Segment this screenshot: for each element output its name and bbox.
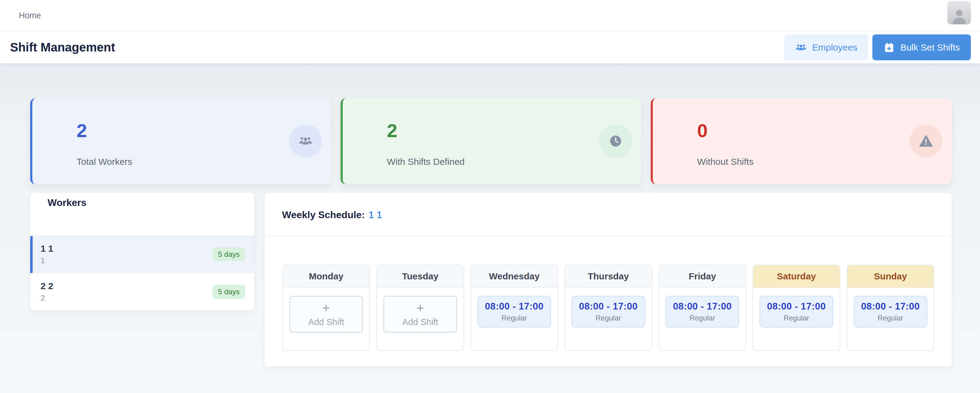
breadcrumb-home[interactable]: Home: [19, 11, 41, 21]
page-title: Shift Management: [10, 41, 115, 54]
employees-button[interactable]: Employees: [784, 35, 869, 60]
day-header: Sunday: [847, 265, 934, 288]
shift-type: Regular: [689, 314, 715, 322]
shift-time: 08:00 - 17:00: [861, 301, 920, 312]
day-body: 08:00 - 17:00 Regular: [847, 288, 934, 336]
stat-value: 2: [76, 121, 87, 140]
day-label: Thursday: [587, 271, 629, 282]
stats-row: 2 Total Workers 2 With Shifts Defined: [30, 98, 951, 184]
shift-time: 08:00 - 17:00: [673, 301, 732, 312]
user-avatar[interactable]: [947, 1, 971, 24]
add-shift-button[interactable]: + Add Shift: [290, 296, 363, 333]
shift-time: 08:00 - 17:00: [485, 301, 544, 312]
warning-icon: [919, 134, 933, 148]
add-shift-label: Add Shift: [308, 317, 344, 327]
shift-chip[interactable]: 08:00 - 17:00 Regular: [760, 296, 833, 328]
workers-panel: Workers 1 1 1 5 days 2 2 2 5 days: [30, 193, 254, 311]
day-body: 08:00 - 17:00 Regular: [753, 288, 840, 336]
page-header: Shift Management Employees Bulk Set Shif…: [0, 32, 980, 63]
day-body: + Add Shift: [283, 288, 369, 341]
stat-label: Total Workers: [76, 157, 132, 167]
shift-chip[interactable]: 08:00 - 17:00 Regular: [477, 296, 551, 328]
day-header: Thursday: [565, 265, 651, 288]
day-header: Saturday: [753, 265, 840, 288]
shift-time: 08:00 - 17:00: [767, 301, 826, 312]
users-icon: [795, 42, 807, 53]
day-header: Wednesday: [471, 265, 557, 288]
shift-chip[interactable]: 08:00 - 17:00 Regular: [571, 296, 645, 328]
day-body: 08:00 - 17:00 Regular: [471, 288, 557, 336]
day-label: Monday: [309, 271, 343, 282]
worker-row-2[interactable]: 2 2 2 5 days: [30, 273, 254, 311]
worker-name: 1 1: [41, 243, 53, 254]
days-row: Monday + Add Shift Tuesday: [265, 236, 951, 366]
day-label: Wednesday: [489, 271, 539, 282]
schedule-title: Weekly Schedule:: [282, 209, 365, 220]
users-icon: [298, 134, 313, 148]
day-column-tuesday: Tuesday + Add Shift: [376, 265, 464, 351]
day-header: Tuesday: [377, 265, 463, 288]
content-area: 2 Total Workers 2 With Shifts Defined: [0, 63, 980, 393]
shift-chip[interactable]: 08:00 - 17:00 Regular: [854, 296, 927, 328]
day-body: 08:00 - 17:00 Regular: [565, 288, 651, 336]
plus-icon: +: [416, 301, 424, 315]
stat-card-with-shifts: 2 With Shifts Defined: [340, 98, 641, 184]
stat-value: 2: [387, 121, 397, 140]
day-label: Tuesday: [402, 271, 439, 282]
day-header: Friday: [659, 265, 746, 288]
day-label: Sunday: [874, 271, 907, 282]
day-column-thursday: Thursday 08:00 - 17:00 Regular: [565, 265, 652, 351]
shift-type: Regular: [501, 314, 527, 322]
stat-card-without-shifts: 0 Without Shifts: [651, 98, 951, 184]
day-body: 08:00 - 17:00 Regular: [659, 288, 746, 336]
worker-name: 2 2: [41, 281, 53, 291]
header-actions: Employees Bulk Set Shifts: [784, 35, 971, 60]
day-body: + Add Shift: [377, 288, 463, 341]
add-shift-button[interactable]: + Add Shift: [383, 296, 457, 333]
person-icon: [950, 7, 968, 24]
bulk-set-shifts-button-label: Bulk Set Shifts: [900, 42, 960, 53]
day-header: Monday: [283, 265, 369, 288]
clock-icon: [608, 134, 623, 148]
shift-chip[interactable]: 08:00 - 17:00 Regular: [666, 296, 739, 328]
top-bar: Home: [0, 0, 980, 32]
day-column-saturday: Saturday 08:00 - 17:00 Regular: [752, 265, 840, 351]
worker-info: 2 2 2: [41, 281, 53, 303]
schedule-worker-name: 1 1: [369, 209, 382, 220]
worker-subtitle: 1: [41, 256, 53, 265]
plus-icon: +: [322, 301, 330, 315]
panels-row: Workers 1 1 1 5 days 2 2 2 5 days W: [30, 193, 951, 366]
day-column-sunday: Sunday 08:00 - 17:00 Regular: [847, 265, 934, 351]
worker-info: 1 1 1: [41, 243, 53, 265]
day-column-friday: Friday 08:00 - 17:00 Regular: [659, 265, 746, 351]
workers-panel-header: Workers: [30, 193, 254, 236]
employees-button-label: Employees: [812, 42, 858, 53]
day-label: Friday: [689, 271, 716, 282]
stat-icon-circle: [910, 125, 942, 157]
stat-label: With Shifts Defined: [387, 157, 465, 167]
stat-card-total-workers: 2 Total Workers: [30, 98, 331, 184]
day-column-wednesday: Wednesday 08:00 - 17:00 Regular: [471, 265, 558, 351]
shift-type: Regular: [784, 314, 809, 322]
shift-time: 08:00 - 17:00: [579, 301, 638, 312]
stat-value: 0: [697, 121, 707, 140]
add-shift-label: Add Shift: [402, 317, 438, 327]
calendar-plus-icon: [883, 42, 895, 53]
day-column-monday: Monday + Add Shift: [282, 265, 370, 351]
stat-label: Without Shifts: [697, 157, 753, 167]
workers-title: Workers: [48, 197, 254, 208]
worker-subtitle: 2: [41, 293, 53, 303]
day-label: Saturday: [777, 271, 816, 282]
weekly-schedule-panel: Weekly Schedule: 1 1 Monday + Add Shift: [265, 193, 951, 366]
worker-row-1[interactable]: 1 1 1 5 days: [30, 236, 254, 273]
shift-type: Regular: [878, 314, 903, 322]
stat-icon-circle: [289, 125, 322, 157]
worker-days-badge: 5 days: [213, 247, 245, 261]
shift-type: Regular: [595, 314, 621, 322]
worker-days-badge: 5 days: [213, 285, 245, 299]
schedule-panel-header: Weekly Schedule: 1 1: [265, 193, 951, 236]
bulk-set-shifts-button[interactable]: Bulk Set Shifts: [872, 35, 971, 60]
stat-icon-circle: [599, 125, 632, 157]
